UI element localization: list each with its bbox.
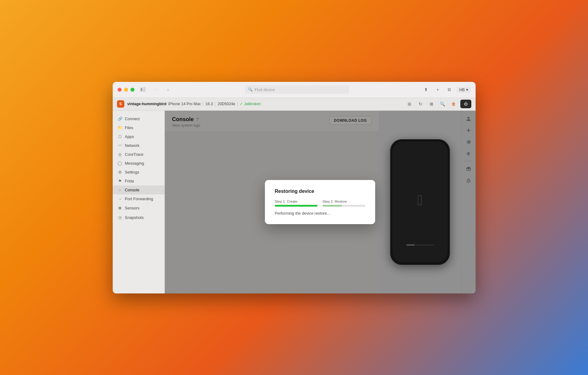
share-button[interactable]: ⬆ bbox=[422, 85, 430, 94]
network-icon: 〰 bbox=[118, 143, 123, 148]
device-os: 16.3 bbox=[205, 102, 213, 106]
sidebar-item-label: Frida bbox=[125, 179, 134, 183]
sidebar-item-network[interactable]: 〰 Network bbox=[113, 141, 164, 150]
main-content: 🔗 Connect 📁 Files ⬡ Apps 〰 Network ◎ Cor… bbox=[113, 111, 476, 293]
device-delete-button[interactable]: ⊠ bbox=[427, 100, 436, 108]
sidebar-item-label: Files bbox=[125, 125, 133, 130]
sidebar-item-connect[interactable]: 🔗 Connect bbox=[113, 114, 164, 123]
svg-rect-2 bbox=[143, 89, 145, 90]
device-refresh-button[interactable]: ↻ bbox=[416, 100, 425, 108]
device-model: iPhone 14 Pro Max bbox=[168, 102, 201, 106]
sidebar-item-snapshots[interactable]: ◷ Snapshots bbox=[113, 213, 164, 222]
modal-step-2: Step 2: Restore bbox=[322, 200, 365, 207]
coretrace-icon: ◎ bbox=[118, 152, 123, 157]
modal-step-1: Step 1: Create bbox=[275, 200, 318, 207]
modal-title: Restoring device bbox=[275, 189, 365, 194]
device-power-button[interactable]: ⏻ bbox=[460, 100, 471, 108]
device-info: vintage-hummingbird iPhone 14 Pro Max | … bbox=[127, 102, 261, 106]
close-button[interactable] bbox=[118, 88, 122, 92]
sidebar-item-messaging[interactable]: ◯ Messaging bbox=[113, 159, 164, 168]
console-icon: › bbox=[118, 188, 123, 192]
titlebar-actions: ⬆ + ⧉ HB ▾ bbox=[422, 85, 470, 94]
forward-button[interactable]: › bbox=[164, 85, 172, 94]
content-area: Console ? View system logs DOWNLOAD LOG … bbox=[165, 111, 476, 293]
sidebar-item-apps[interactable]: ⬡ Apps bbox=[113, 132, 164, 141]
search-bar: 🔍 bbox=[176, 85, 418, 94]
device-name: vintage-hummingbird bbox=[127, 102, 167, 106]
titlebar: ‹ › 🔍 ⬆ + ⧉ HB ▾ bbox=[113, 82, 476, 98]
back-button[interactable]: ‹ bbox=[152, 85, 160, 94]
sidebar-item-coretrace[interactable]: ◎ CoreTrace bbox=[113, 150, 164, 159]
svg-rect-3 bbox=[143, 91, 145, 91]
minimize-button[interactable] bbox=[124, 88, 128, 92]
device-avatar: S bbox=[117, 100, 124, 108]
modal-steps: Step 1: Create Step 2: Restore bbox=[275, 200, 365, 207]
traffic-lights bbox=[118, 88, 134, 92]
step2-label: Step 2: Restore bbox=[322, 200, 365, 203]
add-tab-button[interactable]: + bbox=[433, 85, 442, 94]
search-input-wrap[interactable]: 🔍 bbox=[245, 85, 349, 94]
modal-overlay: Restoring device Step 1: Create Step 2: … bbox=[165, 111, 476, 293]
sidebar-toggle-button[interactable] bbox=[138, 85, 148, 94]
port-forwarding-icon: → bbox=[118, 197, 123, 201]
device-bar: S vintage-hummingbird iPhone 14 Pro Max … bbox=[113, 98, 476, 111]
snapshots-icon: ◷ bbox=[118, 215, 123, 220]
sidebar-item-label: Settings bbox=[125, 170, 139, 174]
apps-icon: ⬡ bbox=[118, 134, 123, 139]
sidebar-item-label: Messaging bbox=[125, 161, 144, 166]
search-input[interactable] bbox=[254, 87, 346, 92]
sidebar-item-console[interactable]: › Console bbox=[113, 186, 164, 194]
user-initials: HB bbox=[459, 87, 465, 92]
step1-progress-bar bbox=[275, 205, 318, 207]
jailbroken-badge: ✓ Jailbroken bbox=[240, 102, 261, 106]
search-icon: 🔍 bbox=[248, 87, 253, 92]
step1-label: Step 1: Create bbox=[275, 200, 318, 203]
device-screenshot-button[interactable]: ⊞ bbox=[405, 100, 414, 108]
step2-progress-fill bbox=[322, 205, 342, 207]
sidebar-item-label: Snapshots bbox=[125, 215, 144, 220]
connect-icon: 🔗 bbox=[118, 117, 123, 121]
svg-rect-1 bbox=[143, 88, 145, 88]
device-remove-button[interactable]: 🗑 bbox=[449, 100, 458, 108]
files-icon: 📁 bbox=[118, 125, 123, 130]
app-window: ‹ › 🔍 ⬆ + ⧉ HB ▾ S vintage-hummingbird i… bbox=[113, 82, 476, 293]
sidebar-item-label: Console bbox=[125, 188, 140, 192]
settings-icon: ⚙ bbox=[118, 170, 123, 174]
user-menu[interactable]: HB ▾ bbox=[457, 86, 470, 93]
messaging-icon: ◯ bbox=[118, 161, 123, 166]
sidebar: 🔗 Connect 📁 Files ⬡ Apps 〰 Network ◎ Cor… bbox=[113, 111, 165, 293]
device-id: 20D5024e bbox=[217, 102, 235, 106]
sidebar-item-label: Connect bbox=[125, 117, 140, 121]
sidebar-item-files[interactable]: 📁 Files bbox=[113, 123, 164, 132]
sidebar-item-label: Apps bbox=[125, 134, 134, 139]
sidebar-item-label: CoreTrace bbox=[125, 152, 144, 157]
user-chevron: ▾ bbox=[466, 87, 468, 92]
modal-status-text: Performing the device restore... bbox=[275, 211, 365, 216]
svg-rect-0 bbox=[141, 88, 142, 91]
sidebar-item-frida[interactable]: ⚑ Frida bbox=[113, 177, 164, 186]
sidebar-item-label: Sensors bbox=[125, 206, 140, 210]
step2-progress-bar bbox=[322, 205, 365, 207]
sidebar-item-sensors[interactable]: 〓 Sensors bbox=[113, 203, 164, 213]
sidebar-item-port-forwarding[interactable]: → Port Forwarding bbox=[113, 194, 164, 203]
device-bar-actions: ⊞ ↻ ⊠ 🔍 🗑 ⏻ bbox=[405, 100, 471, 108]
device-search-button[interactable]: 🔍 bbox=[438, 100, 447, 108]
sidebar-item-label: Port Forwarding bbox=[125, 197, 153, 201]
sidebar-item-settings[interactable]: ⚙ Settings bbox=[113, 168, 164, 177]
sidebar-item-label: Network bbox=[125, 143, 140, 148]
sensors-icon: 〓 bbox=[118, 205, 123, 211]
restore-modal: Restoring device Step 1: Create Step 2: … bbox=[265, 180, 375, 224]
fullscreen-button[interactable] bbox=[130, 88, 134, 92]
step1-progress-fill bbox=[275, 205, 318, 207]
frida-icon: ⚑ bbox=[118, 179, 123, 183]
duplicate-button[interactable]: ⧉ bbox=[445, 85, 454, 94]
